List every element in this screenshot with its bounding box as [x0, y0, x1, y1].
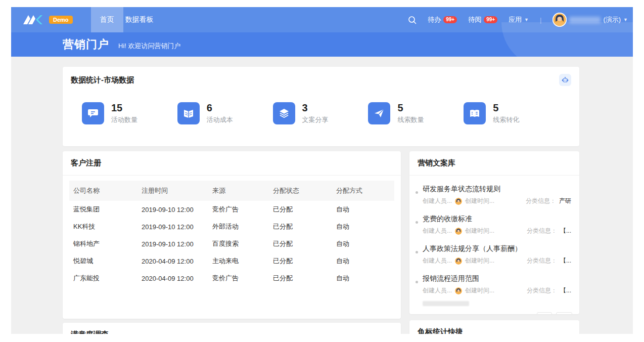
stat-label: 线索转化	[493, 115, 519, 124]
col-company-name: 公司名称	[69, 181, 137, 201]
cell-source: 竞价广告	[208, 270, 269, 287]
nav-tabs: 首页 数据看板	[91, 7, 156, 32]
logo[interactable]: Demo	[11, 14, 91, 25]
stat-activity-cost[interactable]: 6 活动成本	[177, 102, 273, 124]
add-button[interactable]: +	[537, 312, 552, 314]
time-label: 创建时间...	[465, 256, 494, 265]
table-row[interactable]: KK科技 2019-09-10 12:00 外部活动 已分配 自动	[69, 218, 394, 235]
stat-lead-conversion[interactable]: 5 线索转化	[464, 102, 559, 124]
page-subtitle: Hi! 欢迎访问营销门户	[118, 41, 181, 51]
tab-home[interactable]: 首页	[91, 7, 123, 32]
list-item[interactable]: 党费的收缴标准 创建人员... 创建时间... 分类信息： 【...	[416, 210, 571, 240]
to-read-link[interactable]: 待阅 99+	[468, 15, 497, 24]
send-icon	[368, 102, 390, 124]
to-read-label: 待阅	[468, 15, 481, 24]
stat-lead-count[interactable]: 5 线索数量	[368, 102, 464, 124]
cell-time: 2019-09-10 12:00	[137, 218, 208, 235]
cell-source: 百度搜索	[208, 235, 269, 252]
mk-logo-icon	[22, 14, 45, 25]
todo-link[interactable]: 待办 99+	[428, 15, 457, 24]
creator-avatar-icon	[455, 258, 462, 265]
cell-status: 已分配	[269, 252, 332, 270]
library-item-title: 报销流程适用范围	[423, 273, 571, 283]
category-value: 【...	[560, 256, 571, 265]
table-row[interactable]: 锦科地产 2019-09-10 12:00 百度搜索 已分配 自动	[69, 235, 394, 252]
library-card-title: 营销文案库	[418, 158, 455, 168]
library-item-title: 研发服务单状态流转规则	[423, 184, 571, 194]
todo-badge: 99+	[443, 16, 457, 23]
library-item-title: 党费的收缴标准	[423, 213, 571, 224]
cell-method: 自动	[332, 218, 394, 235]
stat-label: 线索数量	[397, 115, 424, 124]
col-assign-method: 分配方式	[332, 181, 394, 201]
stat-value: 5	[397, 102, 424, 113]
category-label: 分类信息：	[527, 227, 557, 235]
stat-value: 3	[302, 102, 329, 113]
comment-icon	[82, 102, 104, 124]
category-value: 产研	[559, 197, 571, 205]
customer-table: 公司名称 注册时间 来源 分配状态 分配方式 蓝悦集团 2019-09-10 1…	[69, 181, 394, 287]
cell-method: 自动	[332, 201, 394, 218]
robot-icon[interactable]	[559, 74, 571, 86]
contact-book-icon	[464, 102, 486, 124]
stats-card: 数据统计-市场数据	[63, 67, 579, 146]
table-row[interactable]: 蓝悦集团 2019-09-10 12:00 竞价广告 已分配 自动	[69, 201, 394, 218]
col-register-time: 注册时间	[137, 181, 208, 201]
bullet-dot-icon	[416, 251, 418, 253]
cell-status: 已分配	[269, 201, 332, 218]
nav-divider: |	[540, 16, 541, 24]
todo-label: 待办	[428, 15, 441, 24]
bullet-dot-icon	[416, 281, 418, 283]
stat-label: 活动成本	[207, 115, 233, 124]
search-icon[interactable]	[408, 16, 417, 24]
col-assign-status: 分配状态	[269, 181, 332, 201]
customer-registration-card: 客户注册 公司名称 注册时间 来源 分配状态 分配方式	[63, 151, 401, 319]
category-label: 分类信息：	[526, 197, 556, 205]
goal-stats-card-header: 鱼标统计快捷	[409, 320, 579, 334]
cell-time: 2019-09-10 12:00	[137, 235, 208, 252]
cell-method: 自动	[332, 235, 394, 252]
table-row[interactable]: 广东能投 2020-04-09 12:00 竞价广告 已分配 自动	[69, 270, 394, 287]
stats-card-header: 数据统计-市场数据	[63, 67, 579, 93]
cell-source: 主动来电	[208, 252, 269, 270]
category-value: 【...	[560, 227, 571, 235]
library-actions: + ···	[409, 310, 579, 314]
user-menu[interactable]: (演示) ▼	[553, 13, 628, 27]
table-row[interactable]: 悦碧城 2020-04-09 12:00 主动来电 已分配 自动	[69, 252, 394, 270]
time-label: 创建时间...	[465, 227, 494, 235]
list-item[interactable]: 人事政策法规分享（人事薪酬） 创建人员... 创建时间... 分类信息： 【..…	[416, 240, 571, 270]
creator-avatar-icon	[455, 198, 462, 205]
stat-copy-share[interactable]: 3 文案分享	[273, 102, 369, 124]
goal-stats-card-title: 鱼标统计快捷	[418, 327, 463, 334]
list-item[interactable]: 报销流程适用范围 创建人员... 创建时间... 分类信息： 【...	[416, 270, 571, 300]
nav-right: 待办 99+ 待阅 99+ 应用 ▼ |	[408, 13, 633, 27]
satisfaction-survey-card: 满意度调查	[63, 323, 401, 334]
library-card-header: 营销文案库	[409, 151, 579, 176]
chevron-down-icon: ▼	[524, 17, 529, 22]
truncated-item-placeholder	[423, 301, 469, 306]
more-button[interactable]: ···	[556, 312, 572, 314]
stats-row: 15 活动数量 6 活动成本	[63, 93, 579, 124]
layers-icon	[273, 102, 295, 124]
time-label: 创建时间...	[465, 197, 494, 205]
creator-label: 创建人员...	[423, 197, 452, 205]
creator-label: 创建人员...	[423, 286, 452, 295]
library-item-meta: 创建人员... 创建时间... 分类信息： 【...	[423, 256, 571, 265]
app-window: Demo 首页 数据看板 待办 99+ 待阅 99+ 应用 ▼	[0, 0, 644, 334]
stat-activity-count[interactable]: 15 活动数量	[82, 102, 177, 124]
apps-dropdown[interactable]: 应用 ▼	[509, 15, 529, 24]
list-item[interactable]: 研发服务单状态流转规则 创建人员... 创建时间... 分类信息： 产研	[416, 181, 571, 210]
category-value: 【...	[560, 286, 571, 295]
tab-data-dashboard[interactable]: 数据看板	[123, 7, 156, 32]
library-item-title: 人事政策法规分享（人事薪酬）	[423, 243, 571, 253]
cell-status: 已分配	[269, 235, 332, 252]
library-item-meta: 创建人员... 创建时间... 分类信息： 产研	[423, 197, 571, 205]
cell-company: 悦碧城	[69, 252, 137, 270]
stat-value: 15	[111, 102, 137, 113]
cell-source: 竞价广告	[208, 201, 269, 218]
bullet-dot-icon	[416, 221, 418, 224]
col-source: 来源	[208, 181, 269, 201]
cell-company: 锦科地产	[69, 235, 137, 252]
library-list: 研发服务单状态流转规则 创建人员... 创建时间... 分类信息： 产研	[409, 176, 579, 306]
cell-status: 已分配	[269, 218, 332, 235]
